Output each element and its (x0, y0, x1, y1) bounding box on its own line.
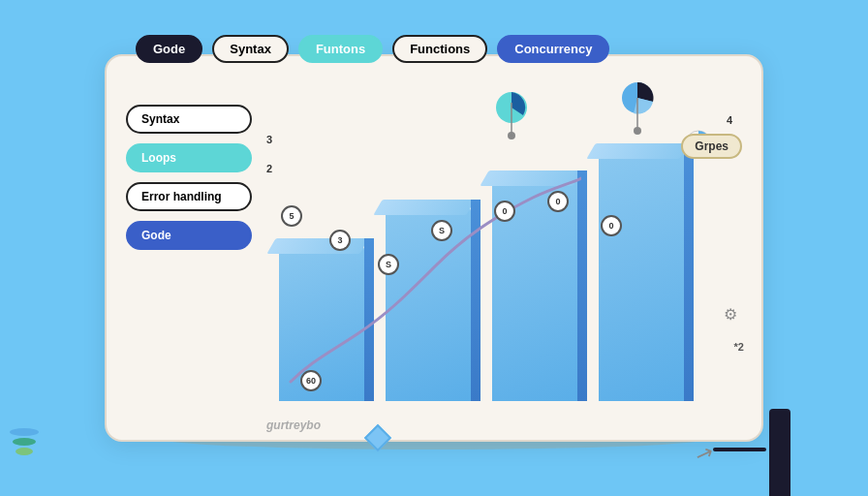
tab-funtons[interactable]: Funtons (298, 35, 383, 63)
data-point-8: 0 (601, 215, 622, 236)
sidebar: Syntax Loops Error handling Gode (126, 105, 252, 250)
main-card: Gode Syntax Funtons Functions Concurrenc… (105, 54, 763, 442)
bar-2 (378, 207, 471, 401)
scene: Gode Syntax Funtons Functions Concurrenc… (0, 0, 868, 496)
nav-bar: Gode Syntax Funtons Functions Concurrenc… (136, 35, 732, 63)
stacked-decoration (10, 428, 39, 457)
sidebar-syntax[interactable]: Syntax (126, 105, 252, 134)
logo-text: gurtreybo (266, 418, 321, 432)
data-point-7: 0 (547, 191, 569, 212)
axis-label-3: 3 (266, 134, 272, 145)
decoration-2: *2 (734, 341, 744, 353)
pie-chart-1 (494, 90, 529, 125)
sidebar-error[interactable]: Error handling (126, 182, 252, 211)
pie-chart-2 (620, 80, 655, 115)
svg-point-4 (508, 132, 515, 140)
arrow-decoration: ↗ (692, 440, 717, 470)
bars-container (271, 149, 684, 401)
gear-icon: ⚙ (724, 305, 737, 324)
data-point-1: 5 (281, 205, 302, 227)
dark-line-right (713, 448, 766, 451)
tab-concurrency[interactable]: Concurrency (497, 35, 609, 63)
data-point-5: S (431, 220, 452, 241)
tab-syntax[interactable]: Syntax (212, 35, 289, 63)
data-point-4: S (378, 254, 399, 275)
tab-functions[interactable]: Functions (392, 35, 487, 63)
dark-bar-right (769, 409, 790, 496)
chart-area: 3 2 4 (262, 76, 742, 430)
data-point-6: 0 (494, 201, 515, 222)
data-point-2: 3 (329, 230, 351, 251)
bar-4 (591, 151, 684, 401)
axis-label-4: 4 (727, 114, 732, 126)
svg-point-6 (634, 127, 641, 135)
tab-gode[interactable]: Gode (136, 35, 202, 63)
gripes-badge: Grpes (681, 134, 742, 159)
sidebar-loops[interactable]: Loops (126, 143, 252, 172)
sidebar-code[interactable]: Gode (126, 221, 252, 250)
data-point-3: 60 (300, 370, 322, 391)
